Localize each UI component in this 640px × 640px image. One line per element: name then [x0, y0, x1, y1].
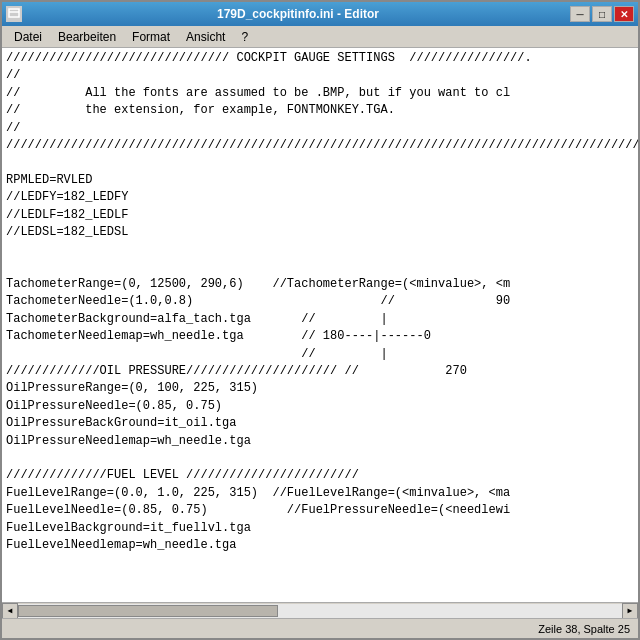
- menu-datei[interactable]: Datei: [6, 28, 50, 46]
- menu-bar: Datei Bearbeiten Format Ansicht ?: [2, 26, 638, 48]
- scroll-left-button[interactable]: ◀: [2, 603, 18, 619]
- cursor-position: Zeile 38, Spalte 25: [538, 623, 630, 635]
- menu-help[interactable]: ?: [233, 28, 256, 46]
- scroll-track[interactable]: [18, 604, 622, 618]
- minimize-button[interactable]: ─: [570, 6, 590, 22]
- menu-bearbeiten[interactable]: Bearbeiten: [50, 28, 124, 46]
- scroll-right-button[interactable]: ▶: [622, 603, 638, 619]
- editor-area: /////////////////////////////// COCKPIT …: [2, 48, 638, 602]
- status-bar: Zeile 38, Spalte 25: [2, 618, 638, 638]
- scroll-thumb[interactable]: [18, 605, 278, 617]
- horizontal-scrollbar[interactable]: ◀ ▶: [2, 602, 638, 618]
- main-window: 179D_cockpitinfo.ini - Editor ─ □ ✕ Date…: [0, 0, 640, 640]
- window-icon: [6, 6, 22, 22]
- menu-ansicht[interactable]: Ansicht: [178, 28, 233, 46]
- code-content[interactable]: /////////////////////////////// COCKPIT …: [2, 48, 638, 602]
- svg-rect-0: [9, 9, 19, 17]
- window-title: 179D_cockpitinfo.ini - Editor: [26, 7, 570, 21]
- window-controls: ─ □ ✕: [570, 6, 634, 22]
- title-bar: 179D_cockpitinfo.ini - Editor ─ □ ✕: [2, 2, 638, 26]
- maximize-button[interactable]: □: [592, 6, 612, 22]
- menu-format[interactable]: Format: [124, 28, 178, 46]
- close-button[interactable]: ✕: [614, 6, 634, 22]
